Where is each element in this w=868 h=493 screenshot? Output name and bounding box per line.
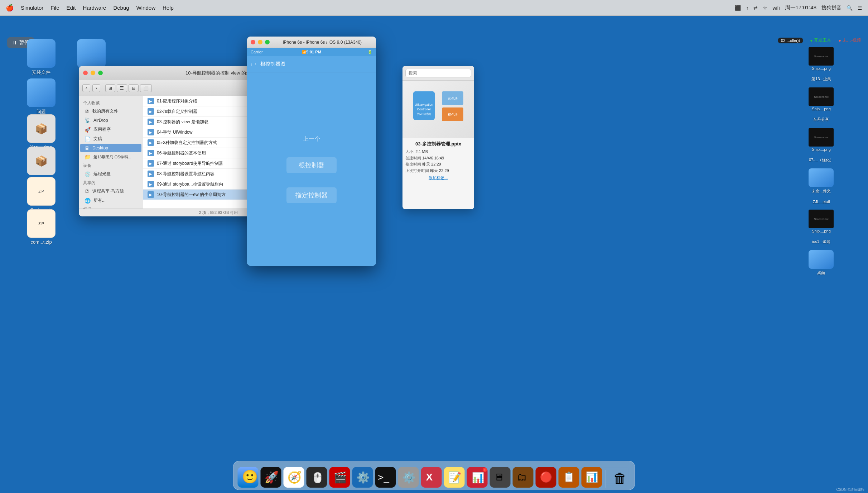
- dock-xcode[interactable]: ⚙️: [352, 467, 373, 488]
- ios-status-bar: Carrier 📶 5:01 PM 🔋: [247, 48, 376, 56]
- dock-photos[interactable]: 🎬: [329, 467, 350, 488]
- minimize-button[interactable]: [91, 71, 95, 75]
- svg-text:UINavigation: UINavigation: [415, 103, 433, 106]
- dock-icon-misc2[interactable]: 🗂: [513, 467, 534, 488]
- thumb-snip3[interactable]: Screenshot Snip....png: [809, 128, 834, 152]
- menu-simulator[interactable]: Simulator: [21, 5, 43, 11]
- ime-label[interactable]: 搜狗拼音: [821, 5, 842, 11]
- menu-edit[interactable]: Edit: [67, 5, 76, 11]
- desktop-icon-wenti[interactable]: 问题: [20, 78, 63, 115]
- dock-notes[interactable]: 📝: [444, 467, 465, 488]
- dock-safari[interactable]: 🧭: [284, 467, 304, 488]
- desktop-folder-right[interactable]: 未命...件夹: [809, 168, 834, 194]
- preview-image: UINavigation Controller 的view结构 蓝色块 橙色块: [402, 81, 474, 138]
- sim-min-button[interactable]: [258, 40, 262, 44]
- apps-icon: 🚀: [85, 127, 91, 133]
- desktop-icon-cods[interactable]: ZIP Cod...s.zip: [20, 177, 63, 212]
- file-name-8: 09-通过 storyboa...控设置导航栏内: [157, 181, 223, 187]
- snip-label: Snip....png: [812, 66, 831, 71]
- apple-menu[interactable]: 🍎: [6, 4, 14, 12]
- thumb-snip4[interactable]: Screenshot Snip....png: [809, 210, 834, 233]
- view-coverflow-btn[interactable]: ⬜: [140, 84, 152, 92]
- dock-icon-misc4[interactable]: 📋: [559, 467, 579, 488]
- dock-launchpad[interactable]: 🚀: [261, 467, 281, 488]
- industry-label: 第13...业集: [811, 76, 831, 82]
- assign-controller-label: 指定控制器: [295, 192, 328, 199]
- view-column-btn[interactable]: ⊟: [129, 84, 139, 92]
- back-button[interactable]: ‹: [82, 84, 90, 92]
- folder-icon-install: [27, 39, 56, 68]
- svg-text:🚀: 🚀: [265, 470, 279, 484]
- dock-tableplus[interactable]: 📊 !: [467, 467, 488, 488]
- svg-text:🎬: 🎬: [334, 471, 347, 484]
- course-share-icon: 🖥: [85, 188, 90, 194]
- close-button[interactable]: [83, 71, 88, 75]
- sidebar-item-course-share[interactable]: 🖥 课程共享-马方题: [80, 187, 141, 196]
- file-name-6: 07-通过 storyboard使用导航控制器: [157, 161, 223, 167]
- search-icon[interactable]: 🔍: [847, 5, 853, 11]
- folder-icon-0: ▶: [148, 98, 154, 104]
- view-icon-btn[interactable]: ⊞: [105, 84, 115, 92]
- simulator-titlebar: iPhone 6s - iPhone 6s / iOS 9.0 (13A340): [247, 37, 376, 48]
- forward-button[interactable]: ›: [92, 84, 100, 92]
- desktop-icon-xcode[interactable]: 📦 Xco....dmg: [20, 114, 63, 150]
- desktop-icon-comt[interactable]: ZIP com...t.zip: [20, 209, 63, 245]
- dock-trash[interactable]: 🗑: [610, 467, 631, 488]
- dock-icon-misc1[interactable]: 🖥: [490, 467, 511, 488]
- maximize-button[interactable]: [98, 71, 103, 75]
- root-controller-btn[interactable]: 根控制器: [286, 157, 337, 173]
- ios-back-button[interactable]: ‹ ← 根控制器图: [251, 61, 285, 67]
- preview-filename: 03-多控制器管理.pptx: [405, 141, 471, 147]
- dock-mouse[interactable]: 🖱️: [307, 467, 327, 488]
- dock-xmind[interactable]: X: [421, 467, 442, 488]
- red-dot: ●: [838, 38, 841, 43]
- add-tag-link[interactable]: 添加标记...: [405, 175, 471, 181]
- sidebar-item-airdrop[interactable]: 📡 AirDrop: [80, 116, 141, 125]
- svg-text:>_: >_: [378, 472, 390, 483]
- sim-close-button[interactable]: [251, 40, 255, 44]
- finder-sidebar: 个人收藏 🖥 我的所有文件 📡 AirDrop 🚀 应用程序 📄 文稿: [79, 96, 143, 209]
- all-shared-icon: 🌐: [85, 198, 91, 204]
- desktop-right-label: 桌面: [817, 270, 825, 276]
- sidebar-item-desktop[interactable]: 🖥 Desktop: [80, 144, 141, 152]
- nav-diagram-svg: UINavigation Controller 的view结构 蓝色块 橙色块: [410, 86, 467, 133]
- sidebar-item-remote-disk[interactable]: 💿 远程光盘: [80, 169, 141, 178]
- menubar-right: ⬛ ↑ ⇄ ☆ wifi 周一17:01:48 搜狗拼音 🔍 ☰: [735, 4, 862, 11]
- svg-text:⚙️: ⚙️: [402, 471, 416, 484]
- uncategorized-label: 未命...件夹: [812, 188, 831, 194]
- menu-file[interactable]: File: [50, 5, 59, 11]
- thumb-snip2[interactable]: Screenshot Snip....png: [809, 87, 834, 111]
- sidebar-item-apps[interactable]: 🚀 应用程序: [80, 125, 141, 134]
- thumb-snip-png[interactable]: Screenshot Snip....png: [809, 47, 834, 71]
- desktop-folder-bottom[interactable]: 桌面: [809, 250, 834, 276]
- sidebar-item-all-files[interactable]: 🖥 我的所有文件: [80, 107, 141, 116]
- list-icon[interactable]: ☰: [858, 5, 862, 11]
- sidebar-item-period13[interactable]: 📁 第13期黑马iOS学科...: [80, 153, 141, 161]
- preview-search-input[interactable]: [405, 69, 471, 77]
- svg-text:🗂: 🗂: [517, 472, 527, 483]
- menu-window[interactable]: Window: [136, 5, 155, 11]
- preview-meta: 大小: 2.1 MB 创建时间 14/4/6 16:49 修改时间 昨天 22:…: [405, 149, 471, 174]
- wifi-icon-ios: 📶: [302, 50, 306, 54]
- menu-help[interactable]: Help: [163, 5, 174, 11]
- zjl-label: ZJL...etail: [813, 200, 830, 204]
- folder-icon-9: ▶: [148, 191, 154, 198]
- desktop-icon-install[interactable]: 安装文件: [20, 39, 63, 76]
- sim-max-button[interactable]: [265, 40, 270, 44]
- view-list-btn[interactable]: ☰: [117, 84, 127, 92]
- safari-icon: 🧭: [284, 467, 304, 488]
- dock-terminal[interactable]: >_: [375, 467, 396, 488]
- file-icon-comt: ZIP: [27, 209, 56, 238]
- sidebar-item-docs[interactable]: 📄 文稿: [80, 134, 141, 143]
- menu-hardware[interactable]: Hardware: [83, 5, 106, 11]
- sidebar-item-all-shared[interactable]: 🌐 所有...: [80, 196, 141, 205]
- menu-debug[interactable]: Debug: [113, 5, 129, 11]
- dock-icon-misc3[interactable]: 🔴: [536, 467, 556, 488]
- docs-icon: 📄: [85, 136, 91, 142]
- airdrop-icon: 📡: [85, 118, 91, 123]
- dock-sysprefs[interactable]: ⚙️: [398, 467, 419, 488]
- dock-icon-misc5[interactable]: 📊: [582, 467, 602, 488]
- dock-finder[interactable]: 🙂: [238, 467, 259, 488]
- back-chevron: ‹: [251, 61, 252, 67]
- assign-controller-btn[interactable]: 指定控制器: [286, 187, 337, 203]
